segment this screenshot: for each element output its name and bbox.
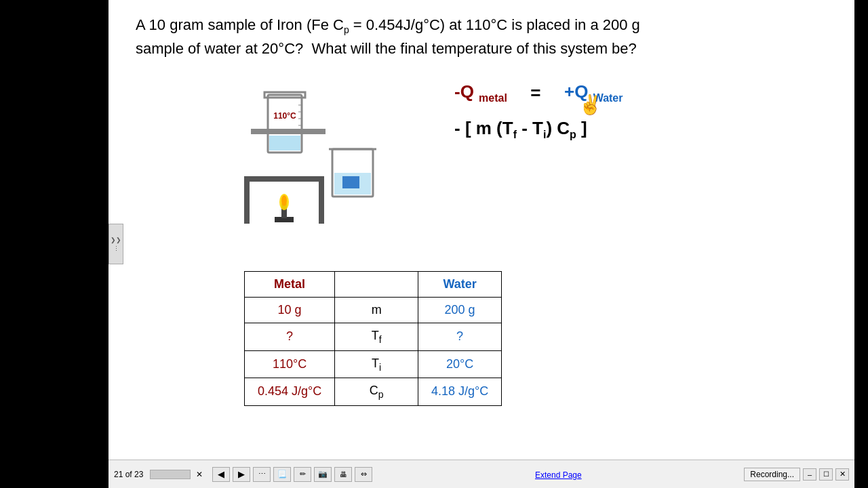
more-options-button[interactable]: ⋯: [253, 467, 271, 482]
calorimetry-table: Metal Water 10 g m 200 g ? Tf ? 110°C Ti: [244, 271, 502, 406]
label-cp: Cp: [335, 378, 418, 406]
svg-rect-2: [244, 176, 324, 182]
water-ti: 20°C: [418, 350, 502, 378]
tool-button-5[interactable]: ⇔: [355, 467, 372, 482]
water-cp: 4.18 J/g°C: [418, 378, 502, 406]
metal-cp: 0.454 J/g°C: [245, 378, 335, 406]
panel-grid: ⋮: [113, 245, 119, 252]
equals-sign: =: [521, 83, 551, 104]
table-row-cp: 0.454 J/g°C Cp 4.18 J/g°C: [245, 378, 502, 406]
bottom-toolbar: 21 of 23 ✕ ◀ ▶ ⋯ 📃 ✏ 📷 🖶 ⇔ Extend Page R…: [108, 460, 854, 488]
tool-button-4[interactable]: 🖶: [334, 467, 352, 482]
metal-header: Metal: [245, 272, 335, 298]
label-m: m: [335, 298, 418, 323]
cursor-icon: ✌: [578, 94, 602, 116]
svg-rect-19: [342, 176, 359, 188]
water-mass: 200 g: [418, 298, 502, 323]
equation-line2: - [ m (Tf - Ti) Cp ]: [454, 118, 623, 141]
svg-rect-7: [251, 129, 326, 134]
metal-ti: 110°C: [245, 350, 335, 378]
svg-point-6: [281, 195, 287, 206]
tool-button-2[interactable]: ✏: [294, 467, 311, 482]
water-header: Water: [418, 272, 502, 298]
neg-q-metal: -Q metal: [454, 81, 507, 104]
svg-rect-0: [244, 176, 250, 224]
table-row-ti: 110°C Ti 20°C: [245, 350, 502, 378]
svg-rect-1: [319, 176, 324, 224]
svg-rect-9: [269, 136, 300, 150]
tool-button-1[interactable]: 📃: [273, 467, 291, 482]
slide-counter: 21 of 23: [114, 470, 143, 479]
water-tf: ?: [418, 323, 502, 351]
close-recording-button[interactable]: ✕: [835, 468, 849, 481]
data-table-section: Metal Water 10 g m 200 g ? Tf ? 110°C Ti: [244, 271, 502, 406]
recording-label: Recording...: [750, 470, 794, 479]
sidebar-panel[interactable]: ❯❯ ⋮: [108, 224, 123, 264]
label-tf: Tf: [335, 323, 418, 351]
metal-tf: ?: [245, 323, 335, 351]
svg-text:110°C: 110°C: [273, 111, 296, 121]
panel-arrows: ❯❯: [111, 237, 121, 243]
question-text: A 10 gram sample of Iron (Fe Cp = 0.454J…: [136, 14, 834, 60]
tool-button-3[interactable]: 📷: [314, 467, 332, 482]
minimize-button[interactable]: –: [803, 468, 816, 481]
table-row-mass: 10 g m 200 g: [245, 298, 502, 323]
metal-mass: 10 g: [245, 298, 335, 323]
toolbar-right: Recording... – ☐ ✕: [744, 468, 849, 481]
main-content: A 10 gram sample of Iron (Fe Cp = 0.454J…: [108, 0, 854, 461]
extend-page-link[interactable]: Extend Page: [535, 470, 582, 480]
label-ti: Ti: [335, 350, 418, 378]
restore-button[interactable]: ☐: [819, 468, 833, 481]
next-button[interactable]: ▶: [233, 467, 250, 482]
prev-button[interactable]: ◀: [212, 467, 230, 482]
recording-badge: Recording...: [744, 468, 800, 481]
close-button[interactable]: ✕: [196, 470, 203, 479]
progress-bar: [150, 470, 191, 479]
empty-header: [335, 272, 418, 298]
table-row-tf: ? Tf ?: [245, 323, 502, 351]
table-header-row: Metal Water: [245, 272, 502, 298]
lab-illustration: 110°C: [231, 68, 380, 230]
